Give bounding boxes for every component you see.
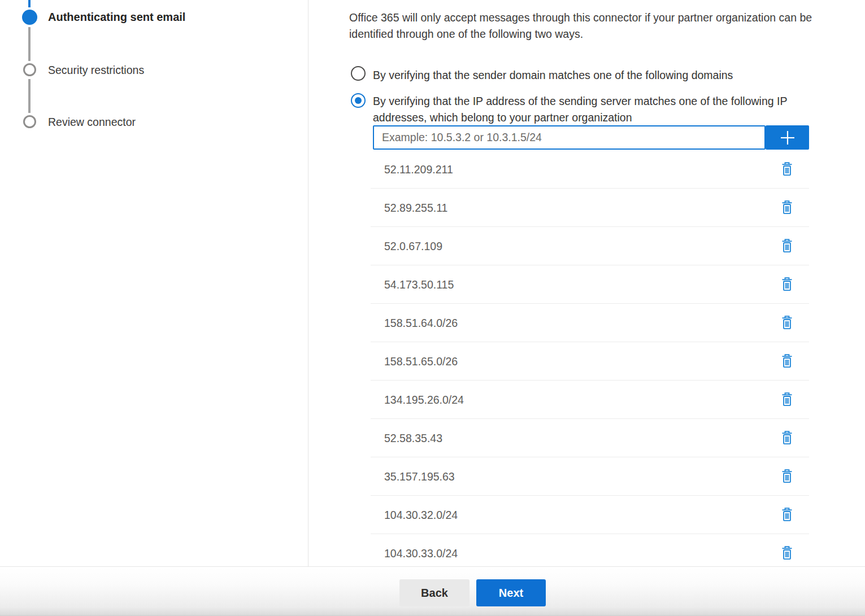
delete-ip-button[interactable] [779, 237, 796, 255]
ip-list-row: 35.157.195.63 [371, 457, 809, 496]
ip-address-value: 52.11.209.211 [384, 163, 453, 176]
ip-address-value: 104.30.33.0/24 [384, 547, 458, 560]
ip-address-value: 52.89.255.11 [384, 201, 447, 214]
ip-list-row: 52.89.255.11 [371, 189, 809, 227]
ip-list-row: 54.173.50.115 [371, 265, 809, 304]
trash-icon [781, 316, 793, 330]
ip-list-row: 52.58.35.43 [371, 419, 809, 457]
intro-text: Office 365 will only accept messages thr… [349, 10, 812, 42]
step-active-dot-icon [22, 10, 37, 25]
delete-ip-button[interactable] [779, 506, 796, 524]
trash-icon [781, 469, 793, 483]
radio-ip-address[interactable] [351, 93, 366, 108]
delete-ip-button[interactable] [779, 429, 796, 447]
ip-list-row: 158.51.65.0/26 [371, 342, 809, 381]
ip-address-value: 52.58.35.43 [384, 431, 442, 444]
delete-ip-button[interactable] [779, 352, 796, 370]
ip-list-row: 52.0.67.109 [371, 227, 809, 265]
stepper-connector-top [28, 0, 31, 7]
ip-address-value: 54.173.50.115 [384, 278, 454, 291]
ip-address-input[interactable] [373, 125, 766, 150]
delete-ip-button[interactable] [779, 391, 796, 409]
ip-list-row: 158.51.64.0/26 [371, 304, 809, 342]
ip-list-row: 52.11.209.211 [371, 150, 809, 189]
trash-icon [781, 354, 793, 368]
trash-icon [781, 277, 793, 291]
delete-ip-button[interactable] [779, 544, 796, 562]
ip-address-value: 104.30.32.0/24 [384, 508, 458, 521]
delete-ip-button[interactable] [779, 276, 796, 294]
stepper-item-security-restrictions[interactable]: Security restrictions [48, 64, 144, 77]
wizard-footer: Back Next [0, 566, 865, 616]
ip-address-value: 158.51.65.0/26 [384, 355, 458, 368]
delete-ip-button[interactable] [779, 199, 796, 217]
step-upcoming-circle-icon [23, 63, 36, 76]
stepper-item-review-connector[interactable]: Review connector [48, 116, 136, 129]
trash-icon [781, 546, 793, 560]
ip-address-value: 134.195.26.0/24 [384, 393, 464, 406]
radio-sender-domain[interactable] [351, 66, 366, 81]
trash-icon [781, 431, 793, 445]
trash-icon [781, 200, 793, 215]
back-button[interactable]: Back [399, 579, 470, 606]
stepper-connector-line [28, 27, 31, 61]
plus-icon [779, 129, 797, 147]
ip-list-row: 134.195.26.0/24 [371, 381, 809, 419]
radio-sender-domain-label[interactable]: By verifying that the sender domain matc… [373, 67, 733, 84]
stepper-connector-line [28, 79, 31, 113]
ip-list: 52.11.209.211 52.89.255.11 [371, 150, 809, 573]
ip-address-value: 35.157.195.63 [384, 470, 455, 483]
ip-address-value: 158.51.64.0/26 [384, 316, 458, 329]
delete-ip-button[interactable] [779, 314, 796, 332]
add-ip-button[interactable] [766, 125, 809, 150]
trash-icon [781, 162, 793, 176]
next-button[interactable]: Next [476, 579, 546, 606]
delete-ip-button[interactable] [779, 468, 796, 486]
trash-icon [781, 508, 793, 522]
radio-ip-address-label[interactable]: By verifying that the IP address of the … [373, 93, 787, 126]
trash-icon [781, 392, 793, 407]
trash-icon [781, 239, 793, 253]
ip-list-row: 104.30.32.0/24 [371, 496, 809, 534]
step-upcoming-circle-icon [23, 115, 36, 128]
stepper-item-authenticating-sent-email[interactable]: Authenticating sent email [48, 11, 185, 24]
wizard-stepper-pane: Authenticating sent email Security restr… [0, 0, 308, 566]
delete-ip-button[interactable] [779, 160, 796, 178]
ip-address-value: 52.0.67.109 [384, 239, 442, 252]
